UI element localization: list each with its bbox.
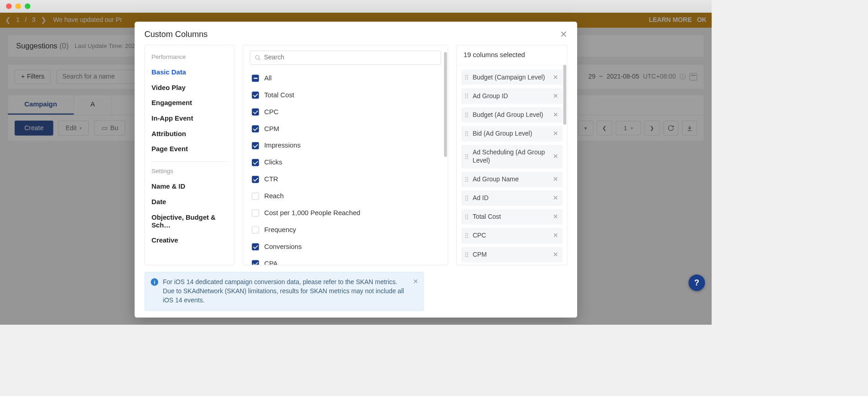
metric-label: Cost per 1,000 People Reached: [264, 209, 360, 217]
metric-checkbox[interactable]: [252, 210, 259, 217]
metric-checkbox[interactable]: [252, 75, 259, 82]
metric-checkbox[interactable]: [252, 193, 259, 200]
drag-handle-icon[interactable]: [465, 233, 470, 238]
remove-column-button[interactable]: ✕: [552, 175, 559, 183]
metric-row[interactable]: CPA: [252, 255, 439, 265]
drag-handle-icon[interactable]: [465, 93, 470, 98]
selected-column-item[interactable]: Ad Scheduling (Ad Group Level)✕: [461, 145, 563, 168]
metric-row[interactable]: Conversions: [252, 238, 439, 255]
close-icon: ✕: [553, 213, 558, 221]
category-item[interactable]: Date: [145, 195, 234, 210]
selected-column-item[interactable]: CPM✕: [461, 247, 563, 262]
selected-column-label: Total Cost: [472, 213, 549, 221]
close-icon: ✕: [553, 111, 558, 118]
metric-row[interactable]: CTR: [252, 171, 439, 188]
drag-handle-icon[interactable]: [465, 252, 470, 257]
category-item[interactable]: Creative: [145, 233, 234, 248]
window-close-dot[interactable]: [6, 3, 11, 9]
drag-handle-icon[interactable]: [465, 154, 470, 159]
metric-row[interactable]: Clicks: [252, 154, 439, 171]
selected-scrollbar[interactable]: [563, 65, 567, 125]
metric-row[interactable]: Impressions: [252, 137, 439, 154]
metric-row[interactable]: Reach: [252, 188, 439, 205]
drag-handle-icon[interactable]: [465, 131, 470, 136]
metric-checkbox[interactable]: [252, 143, 259, 150]
category-item[interactable]: Attribution: [145, 126, 234, 142]
remove-column-button[interactable]: ✕: [552, 250, 559, 258]
metrics-scrollbar[interactable]: [444, 52, 447, 157]
metric-checkbox[interactable]: [252, 126, 259, 133]
metric-checkbox[interactable]: [252, 260, 259, 265]
window-titlebar: [0, 0, 712, 13]
category-item[interactable]: Basic Data: [145, 65, 234, 80]
close-icon: ✕: [553, 153, 558, 160]
drag-handle-icon[interactable]: [465, 112, 470, 117]
metric-checkbox[interactable]: [252, 227, 259, 234]
remove-column-button[interactable]: ✕: [552, 73, 559, 81]
metric-checkbox[interactable]: [252, 92, 259, 99]
metric-label: Reach: [264, 192, 284, 200]
drag-handle-icon[interactable]: [465, 177, 470, 182]
category-item[interactable]: In-App Event: [145, 111, 234, 127]
selected-column-item[interactable]: Budget (Campaign Level)✕: [461, 69, 563, 85]
metric-label: CTR: [264, 176, 278, 184]
drag-handle-icon[interactable]: [465, 195, 470, 201]
selected-column-item[interactable]: Ad ID✕: [461, 190, 563, 206]
selected-columns-panel: 19 columns selected Budget (Campaign Lev…: [456, 45, 568, 265]
selected-column-item[interactable]: Bid (Ad Group Level)✕: [461, 126, 563, 141]
metric-row[interactable]: Frequency: [252, 222, 439, 238]
remove-column-button[interactable]: ✕: [552, 130, 559, 137]
metric-checkbox[interactable]: [252, 243, 259, 251]
metric-row[interactable]: Total Cost: [252, 87, 439, 104]
selected-column-item[interactable]: CPC✕: [461, 228, 563, 243]
selected-column-label: CPC: [472, 232, 549, 239]
metric-row[interactable]: CPC: [252, 104, 439, 121]
category-item[interactable]: Engagement: [145, 95, 234, 111]
close-icon: ✕: [553, 251, 558, 258]
category-item[interactable]: Objective, Budget & Sch…: [145, 210, 234, 233]
section-settings-title: Settings: [145, 166, 234, 179]
remove-column-button[interactable]: ✕: [552, 213, 559, 221]
selected-column-label: Budget (Ad Group Level): [472, 111, 549, 118]
help-button[interactable]: ?: [689, 275, 705, 291]
selected-column-label: CPM: [472, 250, 549, 258]
drag-handle-icon[interactable]: [465, 214, 470, 219]
info-text: For iOS 14 dedicated campaign conversion…: [163, 278, 404, 304]
window-maximize-dot[interactable]: [25, 3, 30, 9]
metric-label: All: [264, 74, 272, 82]
selected-column-label: Budget (Campaign Level): [472, 73, 549, 81]
remove-column-button[interactable]: ✕: [552, 111, 559, 118]
metrics-search-input[interactable]: [264, 54, 436, 61]
selected-column-item[interactable]: Total Cost✕: [461, 209, 563, 225]
selected-column-label: Ad Group ID: [472, 92, 549, 100]
metrics-search-box[interactable]: [250, 51, 441, 65]
selected-column-label: Bid (Ad Group Level): [472, 130, 549, 137]
modal-close-button[interactable]: ✕: [560, 29, 567, 40]
metric-label: CPM: [264, 125, 279, 133]
remove-column-button[interactable]: ✕: [552, 232, 559, 239]
category-item[interactable]: Name & ID: [145, 179, 234, 195]
info-close-button[interactable]: ✕: [413, 278, 418, 285]
metric-checkbox[interactable]: [252, 109, 259, 116]
remove-column-button[interactable]: ✕: [552, 92, 559, 100]
category-panel: Performance Basic DataVideo PlayEngageme…: [145, 45, 235, 265]
category-item[interactable]: Page Event: [145, 142, 234, 157]
remove-column-button[interactable]: ✕: [552, 153, 559, 160]
selected-column-label: Ad Group Name: [472, 175, 549, 183]
selected-column-item[interactable]: Budget (Ad Group Level)✕: [461, 107, 563, 122]
selected-column-item[interactable]: Ad Group Name✕: [461, 171, 563, 187]
metric-checkbox[interactable]: [252, 176, 259, 183]
section-performance-title: Performance: [145, 52, 234, 65]
selected-column-item[interactable]: Ad Group ID✕: [461, 88, 563, 104]
remove-column-button[interactable]: ✕: [552, 194, 559, 202]
metric-row[interactable]: Cost per 1,000 People Reached: [252, 205, 439, 222]
metric-row[interactable]: All: [252, 70, 439, 87]
category-item[interactable]: Video Play: [145, 80, 234, 95]
drag-handle-icon[interactable]: [465, 74, 470, 79]
close-icon: ✕: [413, 278, 418, 285]
metric-checkbox[interactable]: [252, 159, 259, 167]
window-minimize-dot[interactable]: [16, 3, 21, 9]
selected-column-label: Ad Scheduling (Ad Group Level): [472, 148, 549, 164]
close-icon: ✕: [553, 232, 558, 239]
metric-row[interactable]: CPM: [252, 121, 439, 137]
